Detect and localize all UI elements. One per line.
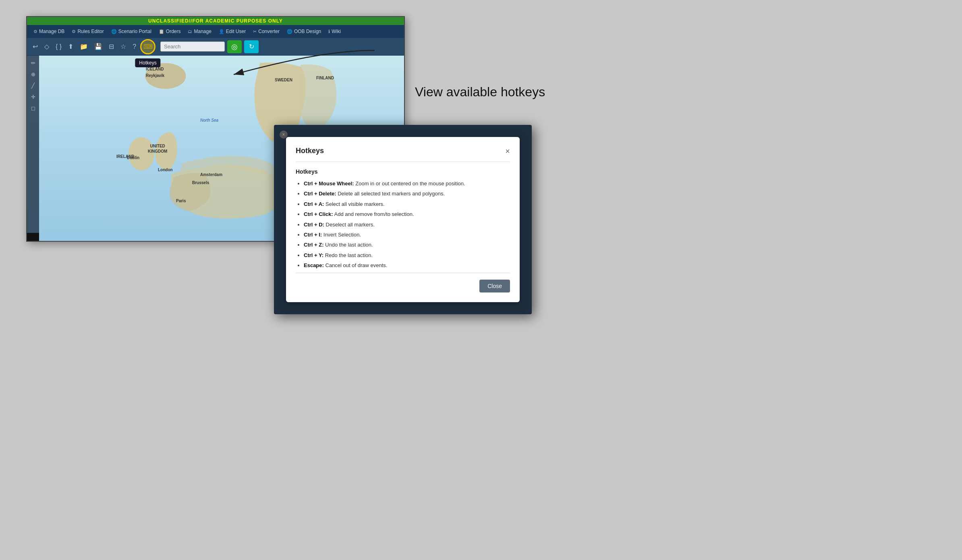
edit-user-icon: 👤 xyxy=(219,29,224,34)
dialog-footer: Close xyxy=(296,273,510,292)
refresh-icon: ↻ xyxy=(249,43,254,50)
hotkeys-list: Ctrl + Mouse Wheel: Zoom in or out cente… xyxy=(296,179,510,271)
list-item: Ctrl + I: Invert Selection. xyxy=(304,230,510,239)
menu-rules-editor-label: Rules Editor xyxy=(77,29,104,34)
hotkey-key: Ctrl + I: xyxy=(304,232,322,238)
hotkey-description: Select all visible markers. xyxy=(326,201,385,207)
scenario-portal-icon: 🌐 xyxy=(111,29,117,34)
hotkey-key: Ctrl + Click: xyxy=(304,211,333,217)
hotkeys-tooltip: Hotkeys xyxy=(135,58,160,67)
hotkey-description: Invert Selection. xyxy=(323,232,361,238)
hotkeys-icon: ⌨ xyxy=(143,43,153,50)
hotkey-key: Ctrl + A: xyxy=(304,201,324,207)
hotkey-description: Cancel out of draw events. xyxy=(326,262,388,268)
menu-edit-user[interactable]: 👤 Edit User xyxy=(216,27,249,36)
star-button[interactable]: ☆ xyxy=(118,41,129,52)
manage-icon: 🗂 xyxy=(188,29,192,34)
search-target-button[interactable]: ◎ xyxy=(227,40,242,53)
hotkey-key: Ctrl + Y: xyxy=(304,252,323,258)
hotkeys-tooltip-text: Hotkeys xyxy=(139,60,156,66)
orders-icon: 📋 xyxy=(159,29,164,34)
list-item: Ctrl + Click: Add and remove from/to sel… xyxy=(304,209,510,219)
hotkey-key: Ctrl + D: xyxy=(304,222,324,228)
left-sidebar: ✏ ⊕ ╱ ✛ ◻ xyxy=(27,56,39,241)
menu-orders-label: Orders xyxy=(166,29,181,34)
map-label-north-sea: North Sea xyxy=(200,118,218,122)
map-label-iceland: ICELAND xyxy=(146,67,164,71)
tool-move[interactable]: ✛ xyxy=(28,92,38,102)
close-button[interactable]: Close xyxy=(479,280,510,292)
hotkey-key: Escape: xyxy=(304,262,324,268)
hotkey-description: Add and remove from/to selection. xyxy=(334,211,414,217)
hotkeys-modal: Hotkeys × Hotkeys Ctrl + Mouse Wheel: Zo… xyxy=(286,137,520,302)
hotkeys-button-container: ⌨ Hotkeys xyxy=(140,39,155,54)
map-label-paris: Paris xyxy=(176,199,186,203)
menu-scenario-portal[interactable]: 🌐 Scenario Portal xyxy=(108,27,155,36)
map-label-brussels: Brussels xyxy=(192,180,209,185)
undo-button[interactable]: ↩ xyxy=(30,41,40,52)
converter-icon: ✂ xyxy=(253,29,257,34)
annotation-text: View available hotkeys xyxy=(415,85,962,100)
wiki-icon: ℹ xyxy=(328,29,330,34)
sidebar-black-bar xyxy=(27,233,39,241)
map-label-finland: FINLAND xyxy=(316,76,334,80)
menu-rules-editor[interactable]: ⚙ Rules Editor xyxy=(68,27,107,36)
menu-oob-design-label: OOB Design xyxy=(294,29,321,34)
dialog-close-button[interactable]: × xyxy=(505,147,510,155)
rules-editor-icon: ⚙ xyxy=(72,29,76,34)
menu-orders[interactable]: 📋 Orders xyxy=(155,27,184,36)
classification-text: UNCLASSIFIED//FOR ACADEMIC PURPOSES ONLY xyxy=(148,18,283,24)
dialog-section-title: Hotkeys xyxy=(296,168,510,175)
filter-button[interactable]: ⊟ xyxy=(106,41,116,52)
hotkey-description: Undo the last action. xyxy=(325,242,373,248)
tool-ruler[interactable]: ╱ xyxy=(28,81,38,90)
hotkey-description: Deselect all markers. xyxy=(326,222,375,228)
menu-manage[interactable]: 🗂 Manage xyxy=(185,27,214,36)
tool-pencil[interactable]: ✏ xyxy=(28,58,38,68)
menu-wiki-label: Wiki xyxy=(332,29,341,34)
dialog-header: Hotkeys × xyxy=(296,147,510,155)
help-button[interactable]: ? xyxy=(130,41,139,52)
map-label-london: London xyxy=(158,168,173,172)
menu-scenario-portal-label: Scenario Portal xyxy=(118,29,151,34)
save-button[interactable]: 💾 xyxy=(92,41,105,52)
eraser-button[interactable]: ◇ xyxy=(42,41,52,52)
oob-design-icon: 🌐 xyxy=(287,29,292,34)
menu-manage-label: Manage xyxy=(194,29,211,34)
code-button[interactable]: { } xyxy=(53,41,64,52)
menu-wiki[interactable]: ℹ Wiki xyxy=(325,27,344,36)
search-refresh-button[interactable]: ↻ xyxy=(244,40,259,53)
search-input[interactable] xyxy=(160,41,225,52)
map-label-ireland: IRELAND xyxy=(116,154,134,159)
menu-bar: ⚙ Manage DB ⚙ Rules Editor 🌐 Scenario Po… xyxy=(27,25,404,38)
map-label-uk: UNITEDKINGDOM xyxy=(148,143,167,154)
classification-bar: UNCLASSIFIED//FOR ACADEMIC PURPOSES ONLY xyxy=(27,17,404,25)
hotkey-description: Delete all selected text markers and pol… xyxy=(338,191,445,197)
list-item: Escape: Cancel out of draw events. xyxy=(304,261,510,270)
menu-converter[interactable]: ✂ Converter xyxy=(250,27,283,36)
dialog-window-close-icon: × xyxy=(282,132,285,137)
manage-db-icon: ⚙ xyxy=(33,29,37,34)
toolbar: ↩ ◇ { } ⬆ 📁 💾 ⊟ ☆ ? ⌨ Hotkeys ◎ ↻ xyxy=(27,38,404,56)
map-label-sweden: SWEDEN xyxy=(275,78,292,82)
menu-oob-design[interactable]: 🌐 OOB Design xyxy=(284,27,324,36)
hotkey-description: Redo the last action. xyxy=(325,252,373,258)
menu-manage-db-label: Manage DB xyxy=(39,29,64,34)
list-item: Ctrl + Y: Redo the last action. xyxy=(304,251,510,260)
tool-eraser[interactable]: ◻ xyxy=(28,103,38,113)
list-item: Ctrl + D: Deselect all markers. xyxy=(304,220,510,229)
upload-button[interactable]: ⬆ xyxy=(66,41,76,52)
list-item: Ctrl + A: Select all visible markers. xyxy=(304,199,510,209)
map-label-reykjavik: Reykjavik xyxy=(146,73,164,78)
dialog-overlay: × Hotkeys × Hotkeys Ctrl + Mouse Wheel: … xyxy=(274,125,532,314)
tool-location[interactable]: ⊕ xyxy=(28,69,38,79)
folder-button[interactable]: 📁 xyxy=(77,41,90,52)
menu-edit-user-label: Edit User xyxy=(226,29,246,34)
dialog-title: Hotkeys xyxy=(296,147,324,155)
hotkey-key: Ctrl + Z: xyxy=(304,242,323,248)
list-item: Ctrl + Delete: Delete all selected text … xyxy=(304,189,510,198)
list-item: Ctrl + Z: Undo the last action. xyxy=(304,240,510,249)
menu-manage-db[interactable]: ⚙ Manage DB xyxy=(30,27,68,36)
hotkeys-button[interactable]: ⌨ xyxy=(140,39,155,54)
hotkey-key: Ctrl + Delete: xyxy=(304,191,336,197)
